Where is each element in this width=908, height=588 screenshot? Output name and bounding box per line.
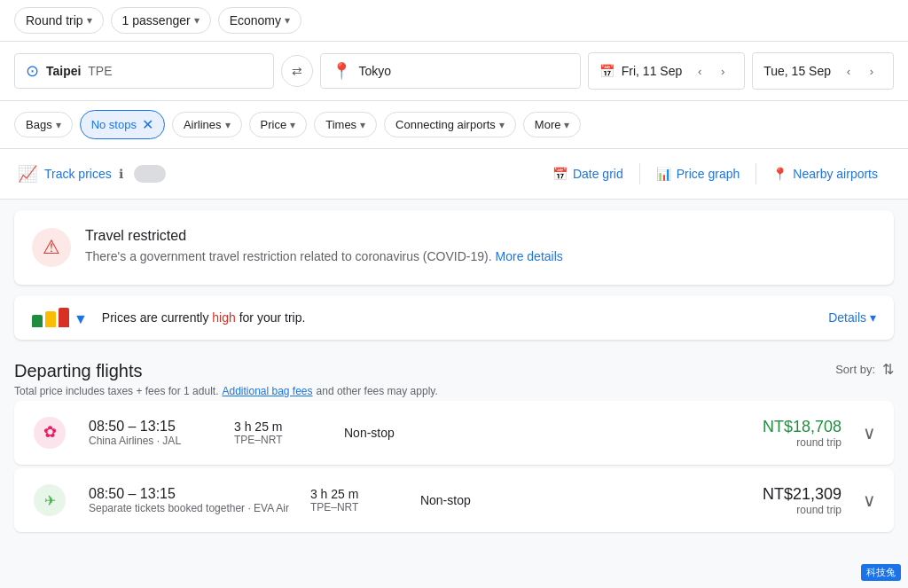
flight-duration: 3 h 25 m TPE–NRT bbox=[310, 487, 399, 514]
flight-route: TPE–NRT bbox=[310, 501, 399, 514]
passengers-chevron: ▾ bbox=[194, 14, 200, 27]
flight-stops: Non-stop bbox=[420, 493, 509, 507]
price-graph-label: Price graph bbox=[677, 167, 740, 181]
flight-time-main: 08:50 – 13:15 bbox=[89, 419, 213, 435]
destination-icon: 📍 bbox=[332, 61, 351, 81]
flight-card[interactable]: ✈ 08:50 – 13:15 Separate tickets booked … bbox=[14, 468, 894, 532]
bags-filter[interactable]: Bags ▾ bbox=[14, 112, 73, 137]
class-button[interactable]: Economy ▾ bbox=[218, 7, 301, 34]
track-icon: 📈 bbox=[18, 164, 37, 184]
connecting-airports-filter[interactable]: Connecting airports ▾ bbox=[384, 112, 516, 137]
svg-text:✿: ✿ bbox=[43, 423, 57, 441]
bags-label: Bags bbox=[26, 118, 52, 131]
flight-price: NT$21,309 round trip bbox=[763, 485, 841, 516]
price-graph-button[interactable]: 📊 Price graph bbox=[644, 160, 753, 188]
info-icon[interactable]: ℹ bbox=[119, 167, 123, 181]
destination-field[interactable]: 📍 Tokyo bbox=[320, 53, 580, 89]
price-label: Price bbox=[261, 118, 287, 131]
price-indicator-arrow: ▼ bbox=[74, 311, 88, 327]
price-bar-red bbox=[59, 308, 69, 327]
connecting-airports-label: Connecting airports bbox=[395, 118, 496, 131]
date-grid-button[interactable]: 📅 Date grid bbox=[540, 160, 636, 188]
trip-type-label: Round trip bbox=[26, 13, 83, 27]
flight-price-type: round trip bbox=[763, 436, 841, 449]
airlines-label: Airlines bbox=[184, 118, 222, 131]
flight-price-type: round trip bbox=[763, 504, 841, 516]
sort-icon[interactable]: ⇅ bbox=[882, 361, 894, 378]
date-grid-icon: 📅 bbox=[552, 167, 568, 181]
trip-type-button[interactable]: Round trip ▾ bbox=[14, 7, 104, 34]
depart-date-field[interactable]: 📅 Fri, 11 Sep ‹ › bbox=[588, 52, 745, 90]
calendar-icon: 📅 bbox=[599, 64, 614, 78]
tool-separator-2 bbox=[755, 163, 756, 184]
class-label: Economy bbox=[230, 13, 281, 27]
swap-button[interactable]: ⇄ bbox=[281, 55, 313, 87]
airlines-filter[interactable]: Airlines ▾ bbox=[172, 112, 242, 137]
flight-price: NT$18,708 round trip bbox=[763, 418, 841, 449]
connecting-chevron: ▾ bbox=[499, 119, 505, 131]
depart-date-label: Fri, 11 Sep bbox=[622, 64, 682, 78]
price-level: high bbox=[212, 310, 235, 325]
expand-button[interactable]: ∨ bbox=[863, 422, 876, 443]
flight-stops: Non-stop bbox=[344, 426, 433, 440]
filter-bar: Bags ▾ No stops ✕ Airlines ▾ Price ▾ Tim… bbox=[0, 101, 908, 149]
flight-duration-main: 3 h 25 m bbox=[310, 487, 399, 501]
bag-fees-link[interactable]: Additional bag fees bbox=[222, 385, 312, 397]
return-next-button[interactable]: › bbox=[861, 60, 882, 82]
times-filter[interactable]: Times ▾ bbox=[314, 112, 377, 137]
alert-link[interactable]: More details bbox=[496, 249, 563, 263]
depart-prev-button[interactable]: ‹ bbox=[689, 60, 710, 82]
flight-price-amount: NT$21,309 bbox=[763, 485, 841, 504]
passengers-button[interactable]: 1 passenger ▾ bbox=[111, 7, 211, 34]
passengers-label: 1 passenger bbox=[122, 13, 191, 27]
flight-card[interactable]: ✿ 08:50 – 13:15 China Airlines · JAL 3 h… bbox=[14, 401, 894, 465]
alert-icon-container: ⚠ bbox=[32, 228, 71, 267]
price-bars: ▼ bbox=[32, 308, 88, 327]
price-indicator-card: ▼ Prices are currently high for your tri… bbox=[14, 295, 894, 340]
trip-type-chevron: ▾ bbox=[87, 14, 92, 27]
return-date-field[interactable]: Tue, 15 Sep ‹ › bbox=[752, 52, 894, 90]
top-bar: Round trip ▾ 1 passenger ▾ Economy ▾ bbox=[0, 0, 908, 42]
alert-text: There's a government travel restriction … bbox=[85, 249, 563, 263]
travel-alert-card: ⚠ Travel restricted There's a government… bbox=[14, 210, 894, 285]
no-stops-filter[interactable]: No stops ✕ bbox=[80, 110, 165, 139]
tool-buttons: 📅 Date grid 📊 Price graph 📍 Nearby airpo… bbox=[540, 160, 890, 188]
flights-title: Departing flights bbox=[14, 361, 438, 381]
nearby-airports-label: Nearby airports bbox=[793, 167, 878, 181]
flight-price-amount: NT$18,708 bbox=[763, 418, 841, 436]
price-filter[interactable]: Price ▾ bbox=[249, 112, 308, 137]
more-filter[interactable]: More ▾ bbox=[523, 112, 582, 137]
more-chevron: ▾ bbox=[564, 119, 569, 131]
no-stops-label: No stops bbox=[91, 118, 137, 131]
warning-icon: ⚠ bbox=[43, 236, 60, 259]
search-bar: ⊙ Taipei TPE ⇄ 📍 Tokyo 📅 Fri, 11 Sep ‹ ›… bbox=[0, 42, 908, 101]
airline-logo: ✈ bbox=[32, 482, 67, 518]
origin-field[interactable]: ⊙ Taipei TPE bbox=[14, 53, 274, 89]
track-prices-label[interactable]: Track prices bbox=[44, 167, 112, 181]
origin-icon: ⊙ bbox=[26, 61, 39, 81]
swap-icon: ⇄ bbox=[292, 64, 302, 78]
return-date-nav: ‹ › bbox=[838, 60, 882, 82]
expand-button[interactable]: ∨ bbox=[863, 490, 876, 511]
track-prices-toggle[interactable] bbox=[134, 165, 166, 183]
details-chevron: ▾ bbox=[870, 310, 876, 325]
tool-separator-1 bbox=[639, 163, 640, 184]
price-text: Prices are currently high for your trip. bbox=[102, 310, 306, 325]
flights-subtitle: Total price includes taxes + fees for 1 … bbox=[14, 385, 438, 397]
bags-chevron: ▾ bbox=[56, 119, 61, 131]
tools-bar: 📈 Track prices ℹ 📅 Date grid 📊 Price gra… bbox=[0, 149, 908, 200]
more-label: More bbox=[535, 118, 561, 131]
svg-text:✈: ✈ bbox=[44, 493, 56, 508]
destination-text: Tokyo bbox=[358, 64, 391, 78]
return-prev-button[interactable]: ‹ bbox=[838, 60, 859, 82]
no-stops-close[interactable]: ✕ bbox=[142, 116, 153, 133]
flight-list: ✿ 08:50 – 13:15 China Airlines · JAL 3 h… bbox=[14, 401, 894, 532]
flight-airline: Separate tickets booked together · EVA A… bbox=[89, 502, 289, 514]
nearby-airports-button[interactable]: 📍 Nearby airports bbox=[760, 160, 890, 188]
details-button[interactable]: Details ▾ bbox=[828, 310, 876, 325]
nearby-airports-icon: 📍 bbox=[772, 167, 787, 181]
depart-next-button[interactable]: › bbox=[712, 60, 733, 82]
price-graph-icon: 📊 bbox=[656, 167, 671, 181]
price-chevron: ▾ bbox=[290, 119, 295, 131]
sort-row: Sort by: ⇅ bbox=[835, 361, 894, 378]
